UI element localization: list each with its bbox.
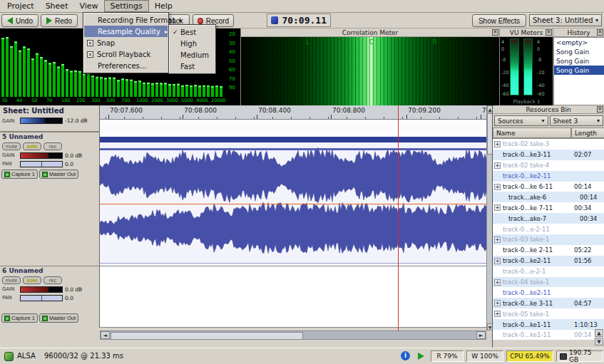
resource-length: 1:10:13 bbox=[574, 321, 603, 328]
timeline-tick bbox=[124, 117, 125, 119]
tree-expand-icon[interactable]: + bbox=[494, 258, 501, 264]
output-bus-button[interactable]: +Master Out bbox=[39, 170, 78, 179]
tree-expand-icon[interactable]: + bbox=[494, 184, 501, 190]
history-item[interactable]: <empty> bbox=[554, 38, 604, 47]
vu-scale-label: -40 bbox=[537, 83, 545, 88]
track-lane-5[interactable] bbox=[100, 120, 486, 266]
menu-item-snap[interactable]: ✕Snap bbox=[84, 37, 168, 48]
db-label: 90 bbox=[229, 85, 235, 90]
sheet-selector-combo[interactable]: Sheet 3: Untitled▾ bbox=[529, 14, 602, 26]
input-bus-button[interactable]: +Capture 1 bbox=[1, 313, 38, 323]
resource-row[interactable]: +track-0...ke 3-1104:57 bbox=[493, 298, 604, 308]
tree-spacer bbox=[494, 173, 501, 180]
timeline-ruler[interactable]: 70:07.60070:08.00070:08.40070:08.80070:0… bbox=[100, 105, 486, 120]
history-item[interactable]: Song Gain bbox=[554, 56, 604, 66]
resource-row[interactable]: track-0...ke2-11 bbox=[493, 287, 604, 298]
resource-row[interactable]: track...ake-600:14 bbox=[493, 192, 604, 202]
menu-item-fast[interactable]: Fast bbox=[170, 61, 215, 72]
menu-item-best[interactable]: ✓Best bbox=[170, 26, 215, 38]
resource-row[interactable]: +track-05 take-1 bbox=[493, 308, 604, 319]
menu-item-high[interactable]: High bbox=[170, 38, 215, 49]
undo-button[interactable]: Undo bbox=[1, 14, 39, 27]
tree-expand-icon[interactable]: + bbox=[494, 204, 501, 211]
resource-row[interactable]: +track-03 take-1 bbox=[493, 234, 604, 245]
horizontal-scrollbar[interactable]: ◄ ► bbox=[100, 331, 486, 340]
resource-row[interactable]: +track-0...ke 6-1100:14 bbox=[493, 182, 604, 192]
resource-row[interactable]: track-0...ke3-1102:07 bbox=[493, 150, 604, 160]
history-title-label: History bbox=[567, 29, 590, 36]
resource-name: track-0...e-2-11 bbox=[503, 226, 574, 233]
playhead-cursor[interactable] bbox=[398, 105, 399, 331]
tree-expand-icon[interactable]: + bbox=[494, 141, 501, 147]
track-pan-slider[interactable] bbox=[20, 295, 63, 301]
resource-name: track-05 take-1 bbox=[503, 311, 574, 318]
mute-button[interactable]: mute bbox=[2, 142, 21, 150]
menu-item-resample-quality[interactable]: Resample Quality▸ bbox=[84, 26, 168, 37]
track-name: 5 Unnamed bbox=[0, 132, 99, 142]
menubar-item-sheet[interactable]: Sheet bbox=[40, 1, 74, 11]
track-io-row: +Capture 1 +Master Out bbox=[0, 312, 99, 324]
resource-row[interactable]: track-0...ke1-111:10:13 bbox=[493, 319, 604, 330]
rec-button[interactable]: rec bbox=[43, 142, 62, 150]
resource-row[interactable]: +track-04 take-1 bbox=[493, 277, 604, 288]
track-buttons: mute solo rec bbox=[0, 276, 99, 285]
track-gain-slider[interactable] bbox=[20, 286, 63, 293]
input-bus-button[interactable]: +Capture 1 bbox=[1, 170, 38, 179]
scroll-left-arrow[interactable]: ◄ bbox=[101, 331, 110, 339]
scroll-up-arrow[interactable]: ▲ bbox=[595, 329, 603, 337]
menubar-item-project[interactable]: Project bbox=[1, 1, 40, 11]
arrangement-area: 70:07.60070:08.00070:08.40070:08.80070:0… bbox=[100, 105, 486, 340]
mute-button[interactable]: mute bbox=[2, 276, 21, 284]
resource-row[interactable]: track-0...e-2-11 bbox=[493, 224, 604, 234]
sheet-filter-combo[interactable]: Sheet 3▾ bbox=[550, 115, 604, 126]
plus-icon: + bbox=[42, 172, 48, 177]
menubar-item-help[interactable]: Help bbox=[149, 1, 178, 11]
menu-item-recording-file-format[interactable]: Recording File Format▸ bbox=[84, 14, 168, 26]
sources-filter-combo[interactable]: Sources▾ bbox=[494, 115, 548, 126]
resource-row[interactable]: track-0...e-2-1 bbox=[493, 266, 604, 277]
tree-expand-icon[interactable]: + bbox=[494, 162, 501, 169]
track-gain-slider[interactable] bbox=[20, 152, 63, 159]
output-bus-button[interactable]: +Master Out bbox=[39, 313, 78, 323]
solo-button[interactable]: solo bbox=[23, 142, 41, 150]
checkbox-checked-icon: ✕ bbox=[87, 40, 93, 46]
redo-button[interactable]: Redo bbox=[41, 14, 78, 27]
scroll-right-arrow[interactable]: ► bbox=[476, 331, 486, 339]
column-header-length[interactable]: Length bbox=[571, 128, 604, 138]
rec-button[interactable]: rec bbox=[43, 276, 62, 284]
track-pan-slider[interactable] bbox=[20, 161, 63, 167]
close-icon[interactable]: ✕ bbox=[597, 106, 603, 113]
resource-row[interactable]: track-0...ke 2-1105:22 bbox=[493, 245, 604, 256]
resource-row[interactable]: +track-02 take-4 bbox=[493, 160, 604, 171]
tree-expand-icon[interactable]: + bbox=[494, 300, 501, 306]
scroll-down-arrow[interactable]: ▼ bbox=[595, 338, 603, 345]
column-header-name[interactable]: Name bbox=[493, 128, 571, 138]
info-icon[interactable]: i bbox=[401, 351, 410, 360]
resource-row[interactable]: track-0...ke1-1100:14 bbox=[493, 330, 604, 340]
show-effects-button[interactable]: Show Effects bbox=[472, 14, 526, 27]
sheet-gain-slider[interactable] bbox=[20, 118, 63, 124]
history-item[interactable]: Song Gain bbox=[554, 66, 604, 75]
menubar-item-settings[interactable]: Settings bbox=[104, 0, 149, 12]
close-icon[interactable]: ✕ bbox=[492, 29, 498, 36]
menu-item-scroll-playback[interactable]: ✕Scroll Playback bbox=[84, 48, 168, 60]
resource-row[interactable]: +track-0...ke 7-1100:34 bbox=[493, 202, 604, 213]
menubar-item-view[interactable]: View bbox=[73, 1, 103, 11]
history-item[interactable]: Song Gain bbox=[554, 47, 604, 56]
resource-row[interactable]: track-0...ke2-11 bbox=[493, 171, 604, 182]
resource-name: track-0...ke2-11 bbox=[503, 257, 574, 264]
solo-button[interactable]: solo bbox=[23, 276, 41, 284]
tree-expand-icon[interactable]: + bbox=[494, 236, 501, 243]
resource-row[interactable]: +track-02 take-3 bbox=[493, 139, 604, 150]
menu-item-preferences[interactable]: Preferences... bbox=[84, 60, 168, 71]
menu-item-medium[interactable]: Medium bbox=[170, 49, 215, 61]
resource-row[interactable]: track...ake-700:34 bbox=[493, 213, 604, 224]
close-icon[interactable]: ✕ bbox=[546, 29, 552, 36]
scrollbar-thumb[interactable] bbox=[111, 332, 303, 340]
close-icon[interactable]: ✕ bbox=[597, 29, 603, 36]
resource-row[interactable]: +track-0...ke2-1101:56 bbox=[493, 256, 604, 266]
tree-expand-icon[interactable]: + bbox=[494, 311, 501, 317]
tree-expand-icon[interactable]: + bbox=[494, 279, 501, 286]
audio-region-bar[interactable] bbox=[100, 137, 486, 142]
track-lane-6[interactable] bbox=[100, 266, 486, 328]
